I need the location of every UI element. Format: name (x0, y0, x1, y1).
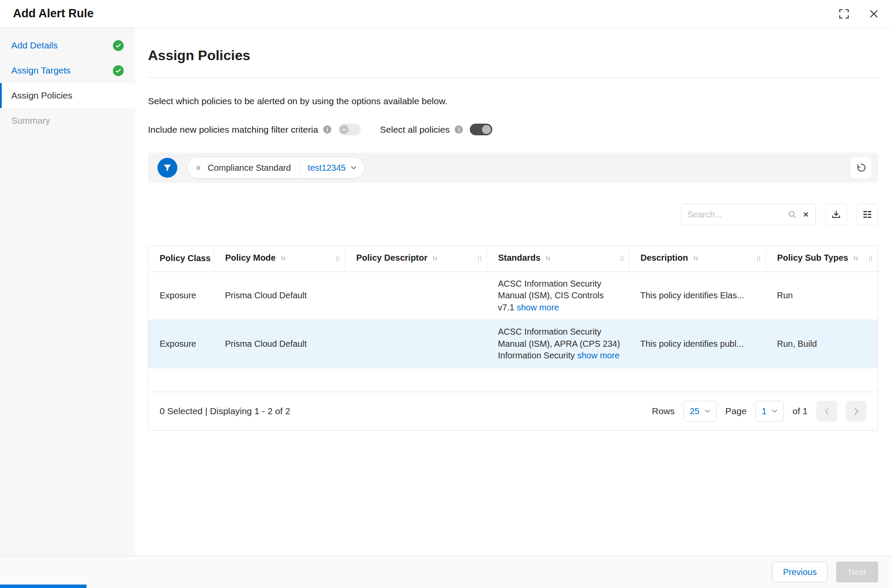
selection-summary: 0 Selected | Displaying 1 - 2 of 2 (160, 406, 290, 416)
toggle-knob (482, 125, 491, 134)
reset-filters-icon[interactable] (850, 157, 871, 178)
page-count-label: of 1 (793, 406, 808, 416)
cell-policy-mode: Prisma Cloud Default (214, 272, 345, 320)
column-settings-icon[interactable] (857, 204, 878, 225)
column-header-standards[interactable]: Standards (487, 246, 629, 272)
cell-standards: ACSC Information Security Manual (ISM), … (487, 272, 629, 320)
title-divider (148, 77, 878, 78)
show-more-link[interactable]: show more (577, 351, 619, 360)
sidebar-item-label: Assign Targets (11, 65, 71, 76)
dialog-header: Add Alert Rule (0, 0, 892, 28)
cell-policy-sub-types: Run (766, 272, 878, 320)
remove-filter-icon[interactable] (195, 165, 202, 171)
cell-standards: ACSC Information Security Manual (ISM), … (487, 320, 629, 368)
table-footer: 0 Selected | Displaying 1 - 2 of 2 Rows … (148, 392, 878, 430)
rows-label: Rows (652, 406, 675, 416)
previous-button[interactable]: Previous (772, 562, 828, 582)
select-all-policies-label: Select all policies (380, 125, 449, 135)
column-header-policy-class[interactable]: Policy Class (148, 246, 214, 272)
drag-handle-icon[interactable] (868, 255, 873, 262)
sort-icon[interactable] (545, 254, 551, 264)
column-header-policy-descriptor[interactable]: Policy Descriptor (345, 246, 487, 272)
policy-toggle-row: Include new policies matching filter cri… (148, 124, 878, 135)
drag-handle-icon[interactable] (477, 255, 482, 262)
step-complete-check-icon (113, 40, 124, 51)
page-number-select[interactable]: 1 (755, 401, 784, 422)
drag-handle-icon[interactable] (756, 255, 761, 262)
sidebar-item-label: Summary (11, 115, 50, 126)
filter-chip-compliance-standard: Compliance Standard test12345 (187, 157, 365, 179)
select-all-policies-toggle[interactable] (470, 124, 492, 135)
table-empty-space (148, 368, 878, 392)
sort-icon[interactable] (280, 254, 286, 264)
sort-icon[interactable] (853, 254, 859, 264)
page-label: Page (725, 406, 747, 416)
table-row: Exposure Prisma Cloud Default ACSC Infor… (148, 272, 878, 320)
dialog-body: Add Details Assign Targets Assign Polici… (0, 28, 892, 556)
filter-chip-value: test12345 (308, 163, 346, 173)
instruction-text: Select which policies to be alerted on b… (148, 96, 878, 106)
add-alert-rule-dialog: Add Alert Rule Add Details Assign Target… (0, 0, 892, 588)
table-header-row: Policy Class Policy Mode Policy Descript… (148, 246, 878, 272)
dialog-title: Add Alert Rule (13, 7, 94, 20)
cell-policy-class: Exposure (148, 320, 214, 368)
sort-icon[interactable] (693, 254, 699, 264)
column-header-policy-mode[interactable]: Policy Mode (214, 246, 345, 272)
table-row: Exposure Prisma Cloud Default ACSC Infor… (148, 320, 878, 368)
cell-description: This policy identifies publ... (629, 320, 766, 368)
assign-policies-panel: Assign Policies Select which policies to… (135, 28, 892, 556)
info-icon[interactable]: i (455, 125, 463, 134)
table-toolbar (148, 204, 878, 225)
cell-description: This policy identifies Elas... (629, 272, 766, 320)
step-complete-check-icon (113, 65, 124, 76)
sidebar-item-label: Add Details (11, 40, 58, 51)
sidebar-item-add-details[interactable]: Add Details (0, 33, 135, 58)
dialog-header-actions (838, 8, 879, 19)
sidebar-item-summary: Summary (0, 108, 135, 133)
fullscreen-icon[interactable] (838, 8, 850, 19)
sidebar-item-assign-targets[interactable]: Assign Targets (0, 58, 135, 83)
cell-policy-descriptor (345, 272, 487, 320)
wizard-steps-sidebar: Add Details Assign Targets Assign Polici… (0, 28, 135, 556)
info-icon[interactable]: i (323, 125, 331, 134)
clear-search-icon[interactable] (802, 211, 809, 218)
cell-policy-class: Exposure (148, 272, 214, 320)
download-icon[interactable] (825, 204, 847, 225)
column-header-description[interactable]: Description (629, 246, 766, 272)
filter-value-dropdown[interactable]: test12345 (299, 157, 364, 178)
toggle-knob (340, 125, 349, 134)
include-new-policies-toggle[interactable] (338, 124, 361, 135)
column-header-policy-sub-types[interactable]: Policy Sub Types (766, 246, 878, 272)
show-more-link[interactable]: show more (517, 303, 559, 312)
policies-table: Policy Class Policy Mode Policy Descript… (148, 245, 878, 431)
rows-per-page-select[interactable]: 25 (683, 401, 717, 422)
cell-policy-sub-types: Run, Build (766, 320, 878, 368)
next-page-icon[interactable] (846, 401, 866, 422)
search-icon (787, 210, 797, 220)
include-new-policies-label: Include new policies matching filter cri… (148, 125, 318, 135)
cell-policy-mode: Prisma Cloud Default (214, 320, 345, 368)
sidebar-item-label: Assign Policies (11, 90, 72, 101)
sort-icon[interactable] (432, 254, 438, 264)
dialog-footer: Previous Next (0, 556, 892, 588)
page-title: Assign Policies (148, 48, 878, 64)
next-button[interactable]: Next (836, 562, 878, 582)
bottom-accent-strip (0, 585, 87, 588)
close-icon[interactable] (869, 9, 879, 19)
drag-handle-icon[interactable] (335, 255, 340, 262)
search-input[interactable] (687, 210, 782, 220)
filter-chip-label: Compliance Standard (208, 163, 299, 173)
sidebar-item-assign-policies[interactable]: Assign Policies (0, 83, 135, 108)
search-box (681, 204, 816, 225)
filter-bar: Compliance Standard test12345 (148, 153, 878, 183)
drag-handle-icon[interactable] (619, 255, 625, 262)
pagination-controls: Rows 25 Page 1 of 1 (652, 401, 866, 422)
cell-policy-descriptor (345, 320, 487, 368)
previous-page-icon[interactable] (816, 401, 837, 422)
filter-funnel-icon[interactable] (157, 158, 177, 178)
